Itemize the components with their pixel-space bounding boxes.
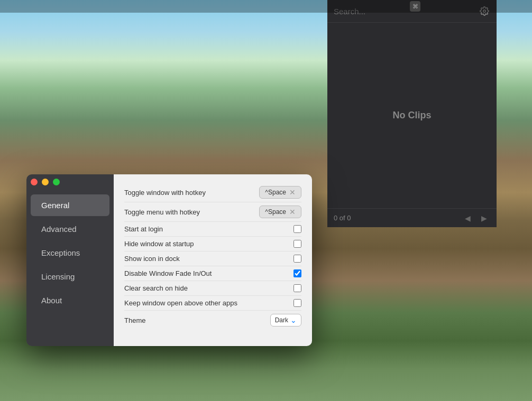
label-start-at-login: Start at login	[124, 225, 163, 233]
settings-window: General Advanced Exceptions Licensing Ab…	[26, 174, 312, 346]
settings-content: Toggle window with hotkey ^Space ✕ Toggl…	[114, 174, 312, 346]
row-toggle-window-hotkey: Toggle window with hotkey ^Space ✕	[124, 183, 301, 202]
clipboard-nav: ◀ ▶	[462, 213, 490, 223]
checkbox-hide-window-startup[interactable]	[293, 240, 301, 248]
row-disable-window-fade: Disable Window Fade In/Out	[124, 266, 301, 281]
label-toggle-window-hotkey: Toggle window with hotkey	[124, 189, 206, 197]
clipboard-empty-area: No Clips	[327, 23, 497, 208]
next-button[interactable]: ▶	[478, 213, 490, 223]
label-keep-window-open: Keep window open above other apps	[124, 299, 237, 307]
row-keep-window-open: Keep window open above other apps	[124, 296, 301, 311]
clear-hotkey-window-btn[interactable]: ✕	[289, 188, 296, 197]
settings-sidebar: General Advanced Exceptions Licensing Ab…	[26, 174, 114, 346]
checkbox-show-icon-dock[interactable]	[293, 255, 301, 263]
hotkey-toggle-window[interactable]: ^Space ✕	[259, 186, 301, 199]
row-theme: Theme Dark ⌄	[124, 311, 301, 330]
clipboard-footer: 0 of 0 ◀ ▶	[327, 208, 497, 227]
traffic-lights	[31, 179, 60, 185]
sidebar-item-general[interactable]: General	[31, 194, 109, 216]
no-clips-label: No Clips	[392, 110, 431, 121]
label-hide-window-startup: Hide window at startup	[124, 240, 194, 248]
theme-select[interactable]: Dark ⌄	[270, 314, 301, 327]
clipboard-count: 0 of 0	[334, 214, 351, 222]
sidebar-item-about[interactable]: About	[31, 290, 109, 311]
close-button[interactable]	[31, 179, 38, 185]
row-clear-search-hide: Clear search on hide	[124, 281, 301, 296]
maximize-button[interactable]	[53, 179, 60, 185]
minimize-button[interactable]	[42, 179, 49, 185]
label-theme: Theme	[124, 316, 145, 324]
clipboard-panel: No Clips 0 of 0 ◀ ▶	[327, 0, 497, 227]
prev-button[interactable]: ◀	[462, 213, 474, 223]
label-show-icon-dock: Show icon in dock	[124, 255, 180, 263]
checkbox-start-at-login[interactable]	[293, 225, 301, 233]
chevron-down-icon: ⌄	[290, 316, 297, 324]
checkbox-clear-search-hide[interactable]	[293, 284, 301, 292]
clear-hotkey-menu-btn[interactable]: ✕	[289, 208, 296, 216]
cmd-icon: ⌘	[410, 1, 420, 12]
row-hide-window-startup: Hide window at startup	[124, 237, 301, 251]
label-toggle-menu-hotkey: Toggle menu with hotkey	[124, 208, 200, 216]
row-start-at-login: Start at login	[124, 222, 301, 237]
hotkey-menu-value: ^Space	[265, 208, 286, 216]
row-show-icon-dock: Show icon in dock	[124, 251, 301, 266]
menubar: ⌘	[0, 0, 532, 13]
sidebar-item-licensing[interactable]: Licensing	[31, 266, 109, 287]
sidebar-item-exceptions[interactable]: Exceptions	[31, 242, 109, 264]
checkbox-disable-window-fade[interactable]	[293, 269, 301, 277]
checkbox-keep-window-open[interactable]	[293, 299, 301, 307]
row-toggle-menu-hotkey: Toggle menu with hotkey ^Space ✕	[124, 202, 301, 222]
hotkey-toggle-menu[interactable]: ^Space ✕	[259, 206, 301, 218]
hotkey-value: ^Space	[265, 189, 286, 196]
sidebar-item-advanced[interactable]: Advanced	[31, 218, 109, 240]
theme-value: Dark	[275, 316, 288, 324]
svg-text:⌘: ⌘	[412, 3, 418, 10]
label-clear-search-hide: Clear search on hide	[124, 284, 188, 292]
label-disable-window-fade: Disable Window Fade In/Out	[124, 269, 212, 277]
